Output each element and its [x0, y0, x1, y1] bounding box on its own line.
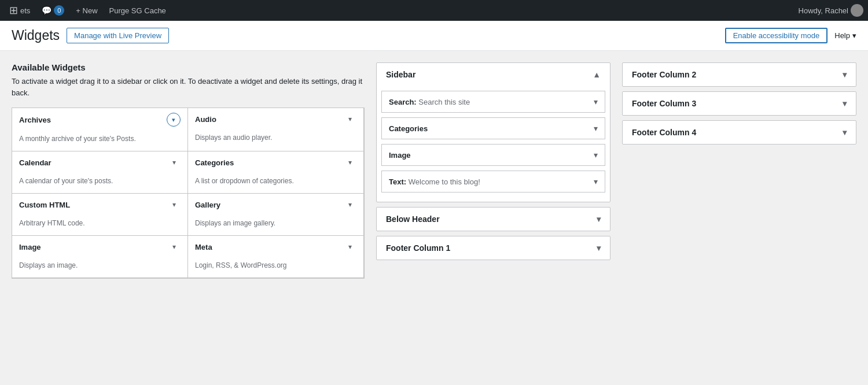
widget-custom-html-arrow: ▾ — [168, 198, 181, 211]
widget-categories-arrow: ▾ — [344, 156, 356, 169]
widget-archives-arrow: ▾ — [167, 113, 181, 127]
sidebar-widget-text[interactable]: Text: Welcome to this blog! ▾ — [381, 171, 605, 192]
widget-audio-arrow: ▾ — [344, 113, 356, 125]
available-widgets-title: Available Widgets — [12, 62, 365, 72]
widget-areas-left-column: Sidebar ▲ Search: Search this site ▾ Cat… — [376, 62, 610, 279]
sidebar-area-body: Search: Search this site ▾ Categories ▾ — [377, 86, 610, 202]
widget-meta-desc: Login, RSS, & WordPress.org — [188, 258, 363, 277]
widget-meta-arrow: ▾ — [344, 240, 356, 253]
sidebar-area-header[interactable]: Sidebar ▲ — [377, 63, 610, 86]
widget-archives-name: Archives — [19, 116, 51, 124]
page-title: Widgets — [12, 28, 60, 43]
below-header-collapse-icon: ▾ — [597, 214, 601, 224]
widget-gallery-name: Gallery — [195, 201, 220, 209]
admin-bar-site-name[interactable]: ⊞ ets — [5, 4, 35, 17]
widget-calendar-name: Calendar — [19, 158, 52, 167]
page-header: Widgets Manage with Live Preview Enable … — [0, 21, 868, 51]
footer-column-2-area: Footer Column 2 ▾ — [622, 62, 856, 87]
footer-column-1-collapse-icon: ▾ — [597, 243, 601, 253]
available-widgets-description: To activate a widget drag it to a sideba… — [12, 76, 365, 98]
widget-item-custom-html: Custom HTML ▾ Arbitrary HTML code. — [12, 193, 188, 236]
widget-item-calendar: Calendar ▾ A calendar of your site's pos… — [12, 151, 188, 194]
comment-count: 0 — [54, 5, 64, 16]
admin-bar-purge[interactable]: Purge SG Cache — [105, 6, 171, 15]
widget-calendar-header[interactable]: Calendar ▾ — [12, 151, 187, 173]
search-widget-arrow: ▾ — [594, 97, 598, 106]
widget-image-arrow: ▾ — [168, 240, 181, 253]
widget-gallery-arrow: ▾ — [344, 198, 356, 211]
below-header-area-title: Below Header — [386, 214, 440, 224]
widget-meta-header[interactable]: Meta ▾ — [188, 236, 363, 258]
sidebar-widget-image[interactable]: Image ▾ — [381, 144, 605, 166]
widget-areas-right-column: Footer Column 2 ▾ Footer Column 3 ▾ Foot… — [622, 62, 856, 279]
widgets-grid: Archives ▾ A monthly archive of your sit… — [12, 108, 365, 279]
sidebar-widget-categories[interactable]: Categories ▾ — [381, 117, 605, 139]
widget-archives-desc: A monthly archive of your site's Posts. — [12, 131, 187, 151]
widget-calendar-desc: A calendar of your site's posts. — [12, 173, 187, 193]
help-button[interactable]: Help ▾ — [834, 31, 856, 40]
footer-column-1-area-header[interactable]: Footer Column 1 ▾ — [377, 236, 610, 260]
footer-column-1-area-title: Footer Column 1 — [386, 243, 450, 253]
admin-avatar — [851, 4, 863, 17]
widget-custom-html-desc: Arbitrary HTML code. — [12, 216, 187, 235]
widget-item-audio: Audio ▾ Displays an audio player. — [187, 108, 364, 151]
footer-column-4-collapse-icon: ▾ — [843, 128, 847, 137]
admin-bar-new[interactable]: + New — [71, 6, 102, 15]
categories-widget-arrow: ▾ — [594, 124, 598, 133]
widget-custom-html-name: Custom HTML — [19, 201, 70, 209]
admin-bar: ⊞ ets 💬 0 + New Purge SG Cache Howdy, Ra… — [0, 0, 868, 21]
sidebar-widget-search[interactable]: Search: Search this site ▾ — [381, 91, 605, 113]
footer-column-3-area-header[interactable]: Footer Column 3 ▾ — [623, 92, 856, 115]
widget-gallery-desc: Displays an image gallery. — [188, 216, 363, 235]
widget-image-desc: Displays an image. — [12, 258, 187, 277]
accessibility-mode-button[interactable]: Enable accessibility mode — [725, 28, 828, 43]
footer-column-4-area-header[interactable]: Footer Column 4 ▾ — [623, 121, 856, 144]
footer-column-2-collapse-icon: ▾ — [843, 70, 847, 79]
below-header-area-header[interactable]: Below Header ▾ — [377, 208, 610, 231]
footer-column-4-area-title: Footer Column 4 — [632, 128, 696, 137]
widget-image-name: Image — [19, 243, 41, 251]
footer-column-4-area: Footer Column 4 ▾ — [622, 120, 856, 145]
widget-categories-desc: A list or dropdown of categories. — [188, 173, 363, 193]
widget-meta-name: Meta — [195, 243, 212, 251]
widget-categories-name: Categories — [195, 158, 234, 167]
widget-audio-header[interactable]: Audio ▾ — [188, 108, 363, 130]
admin-bar-user[interactable]: Howdy, Rachel — [799, 6, 848, 15]
footer-column-3-collapse-icon: ▾ — [843, 99, 847, 108]
sidebar-area-title: Sidebar — [386, 70, 415, 79]
widget-item-meta: Meta ▾ Login, RSS, & WordPress.org — [187, 235, 364, 278]
image-widget-arrow: ▾ — [594, 150, 598, 160]
footer-column-3-area: Footer Column 3 ▾ — [622, 91, 856, 116]
widget-areas: Sidebar ▲ Search: Search this site ▾ Cat… — [376, 62, 856, 279]
widget-image-header[interactable]: Image ▾ — [12, 236, 187, 258]
chevron-down-icon: ▾ — [852, 31, 856, 40]
widget-item-gallery: Gallery ▾ Displays an image gallery. — [187, 193, 364, 236]
footer-column-3-area-title: Footer Column 3 — [632, 99, 696, 108]
sidebar-area: Sidebar ▲ Search: Search this site ▾ Cat… — [376, 62, 610, 202]
main-content: Available Widgets To activate a widget d… — [0, 51, 868, 290]
widget-audio-desc: Displays an audio player. — [188, 130, 363, 150]
widget-item-image: Image ▾ Displays an image. — [12, 235, 188, 278]
footer-column-2-area-title: Footer Column 2 — [632, 70, 696, 79]
widget-custom-html-header[interactable]: Custom HTML ▾ — [12, 194, 187, 216]
widget-gallery-header[interactable]: Gallery ▾ — [188, 194, 363, 216]
footer-column-1-area: Footer Column 1 ▾ — [376, 236, 610, 260]
widget-item-categories: Categories ▾ A list or dropdown of categ… — [187, 151, 364, 194]
below-header-area: Below Header ▾ — [376, 207, 610, 231]
live-preview-button[interactable]: Manage with Live Preview — [67, 28, 169, 43]
sidebar-collapse-icon: ▲ — [593, 70, 601, 79]
text-widget-arrow: ▾ — [594, 177, 598, 186]
footer-column-2-area-header[interactable]: Footer Column 2 ▾ — [623, 63, 856, 86]
widget-calendar-arrow: ▾ — [168, 156, 181, 169]
admin-bar-comments[interactable]: 💬 0 — [37, 5, 69, 16]
widget-audio-name: Audio — [195, 115, 216, 124]
available-widgets-panel: Available Widgets To activate a widget d… — [12, 62, 365, 279]
widget-categories-header[interactable]: Categories ▾ — [188, 151, 363, 173]
widget-archives-header[interactable]: Archives ▾ — [12, 108, 187, 131]
widget-item-archives: Archives ▾ A monthly archive of your sit… — [12, 108, 188, 151]
